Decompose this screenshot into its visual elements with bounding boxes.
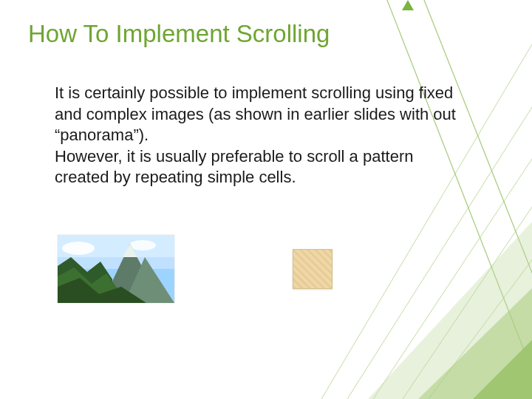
body-paragraph-1: It is certainly possible to implement sc… — [55, 83, 468, 146]
svg-line-2 — [373, 159, 532, 399]
svg-marker-7 — [473, 340, 532, 399]
slide: How To Implement Scrolling It is certain… — [0, 0, 532, 399]
svg-line-4 — [429, 255, 532, 399]
svg-point-12 — [62, 242, 95, 255]
complex-image-example — [58, 235, 174, 303]
tile-cell-example — [293, 249, 332, 289]
svg-line-3 — [403, 207, 532, 399]
svg-point-13 — [129, 240, 156, 250]
svg-line-5 — [384, 0, 532, 399]
svg-marker-8 — [418, 288, 532, 399]
image-row — [58, 235, 332, 303]
decorative-lines — [0, 0, 532, 399]
slide-title: How To Implement Scrolling — [28, 21, 330, 47]
body-paragraph-2: However, it is usually preferable to scr… — [55, 146, 468, 188]
mountain-icon — [58, 235, 174, 303]
slide-body: It is certainly possible to implement sc… — [55, 83, 468, 188]
svg-marker-9 — [368, 222, 532, 399]
